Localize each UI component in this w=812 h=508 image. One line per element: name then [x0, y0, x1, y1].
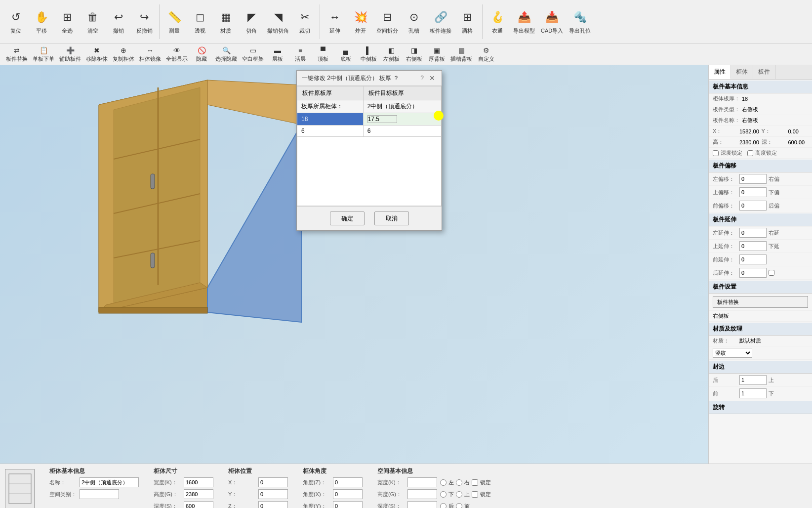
toolbar2-btn-辅助板件[interactable]: ➕辅助板件	[57, 45, 83, 64]
toolbar-btn-切角[interactable]: ◤切角	[240, 3, 263, 41]
cancel-button[interactable]: 取消	[374, 212, 409, 225]
pos-y-input[interactable]	[258, 489, 288, 499]
toolbar2-btn-中侧板[interactable]: ▌中侧板	[358, 45, 379, 64]
cabinet-size-section: 柜体尺寸 宽度(K)： 高度(G)： 深度(S)：	[154, 467, 213, 508]
toolbar-btn-洒格[interactable]: ⊞洒格	[455, 3, 479, 41]
depth-input[interactable]	[184, 501, 213, 508]
height-input[interactable]	[184, 489, 213, 499]
target-thickness-cell[interactable]	[363, 113, 441, 126]
toolbar-btn-延伸[interactable]: ↔延伸	[323, 3, 347, 41]
toolbar-icon-复位: ↺	[7, 8, 25, 26]
left-extend-input[interactable]	[739, 228, 767, 238]
canvas-area[interactable]: 一键修改 2中侧（顶通底分） 板厚 ？ ? ✕ 板件原板厚 板件目标板厚	[0, 65, 708, 464]
back-extend-checkbox[interactable]	[769, 270, 774, 276]
bottom-radio[interactable]	[440, 491, 447, 498]
toolbar2-btn-自定义[interactable]: ⚙自定义	[475, 45, 497, 64]
back-edge-input[interactable]	[739, 375, 767, 385]
toolbar2-btn-单板下单[interactable]: 📋单板下单	[31, 45, 56, 64]
thickness-row-18[interactable]: 18	[297, 113, 442, 126]
front-offset-input[interactable]	[739, 201, 767, 211]
pos-z-input[interactable]	[258, 501, 288, 508]
dialog-help-button[interactable]: ?	[420, 75, 424, 82]
toolbar-btn-孔槽[interactable]: ⊙孔槽	[402, 3, 426, 41]
toolbar-btn-测量[interactable]: 📏测量	[162, 3, 186, 41]
toolbar2-btn-底板[interactable]: ▄底板	[335, 45, 357, 64]
toolbar-btn-撤销切角[interactable]: ◥撤销切角	[265, 3, 291, 41]
replace-button[interactable]: 板件替换	[713, 296, 808, 308]
left-offset-input[interactable]	[739, 174, 767, 184]
top-radio[interactable]	[456, 491, 462, 498]
toolbar2-btn-全部显示[interactable]: 👁全部显示	[164, 45, 190, 64]
toolbar-btn-衣通[interactable]: 🪝衣通	[486, 3, 509, 41]
top-extend-input[interactable]	[739, 241, 767, 251]
angle-z-input[interactable]	[333, 477, 363, 487]
left-radio[interactable]	[440, 479, 447, 486]
toolbar-btn-导出孔位[interactable]: 🔩导出孔位	[567, 3, 593, 41]
toolbar-btn-全选[interactable]: ⊞全选	[55, 3, 79, 41]
toolbar-btn-清空[interactable]: 🗑清空	[81, 3, 105, 41]
toolbar2-btn-空白框架[interactable]: ▭空白框架	[240, 45, 266, 64]
front-extend-input[interactable]	[739, 254, 767, 264]
width-input[interactable]	[184, 477, 213, 487]
toolbar-btn-裁切[interactable]: ✂裁切	[293, 3, 317, 41]
tab-cabinet[interactable]: 柜体	[731, 65, 753, 79]
toolbar2-btn-顶板[interactable]: ▀顶板	[312, 45, 334, 64]
cabinet-name-input[interactable]	[80, 477, 139, 487]
front-edge-input[interactable]	[739, 388, 767, 398]
angle-y-input[interactable]	[333, 501, 363, 508]
left-offset-row: 左偏移： 右偏	[709, 172, 812, 186]
confirm-button[interactable]: 确定	[330, 212, 365, 225]
toolbar-btn-板件连接[interactable]: 🔗板件连接	[428, 3, 453, 41]
back-radio[interactable]	[440, 503, 447, 508]
thickness-row-6[interactable]: 6 6	[297, 126, 442, 137]
toolbar2-btn-插槽背板[interactable]: ▤插槽背板	[448, 45, 474, 64]
toolbar-btn-导出模型[interactable]: 📤导出模型	[511, 3, 537, 41]
replace-value: 右侧板	[713, 312, 808, 320]
space-depth-input[interactable]	[407, 501, 437, 508]
dialog-close-button[interactable]: ✕	[428, 74, 437, 83]
toolbar2-btn-复制柜体[interactable]: ⊕复制柜体	[111, 45, 136, 64]
toolbar2-btn-层板[interactable]: ▬层板	[267, 45, 288, 64]
top-offset-input[interactable]	[739, 187, 767, 197]
toolbar-btn-CAD导入[interactable]: 📥CAD导入	[539, 3, 565, 41]
toolbar-icon-孔槽: ⊙	[405, 8, 423, 26]
target-thickness-input[interactable]	[367, 115, 397, 123]
toolbar-btn-炸开[interactable]: 💥炸开	[349, 3, 372, 41]
tab-attributes[interactable]: 属性	[709, 65, 731, 79]
depth-value: 600.00	[788, 139, 809, 145]
back-extend-input[interactable]	[739, 268, 767, 278]
toolbar-btn-复位[interactable]: ↺复位	[4, 3, 28, 41]
height-lock-label: 高度锁定	[755, 149, 780, 157]
toolbar-btn-平移[interactable]: ✋平移	[30, 3, 53, 41]
toolbar2-btn-移除柜体[interactable]: ✖移除柜体	[84, 45, 110, 64]
front-radio[interactable]	[456, 503, 462, 508]
space-height-input[interactable]	[407, 489, 437, 499]
pos-x-input[interactable]	[258, 477, 288, 487]
width-lock-checkbox[interactable]	[472, 479, 478, 486]
height-lock-checkbox[interactable]	[472, 491, 478, 498]
right-radio[interactable]	[456, 479, 462, 486]
toolbar2-btn-柜体镜像[interactable]: ↔柜体镜像	[137, 45, 163, 64]
toolbar-btn-材质[interactable]: ▦材质	[214, 3, 238, 41]
toolbar2-btn-右侧板[interactable]: ◨右侧板	[403, 45, 425, 64]
toolbar2-btn-选择隐藏[interactable]: 🔍选择隐藏	[213, 45, 239, 64]
toolbar-top: ↺复位✋平移⊞全选🗑清空↩撤销↪反撤销📏测量◻透视▦材质◤切角◥撤销切角✂裁切↔…	[0, 0, 812, 43]
toolbar2-btn-板件替换[interactable]: ⇄板件替换	[4, 45, 30, 64]
toolbar2-btn-隐藏[interactable]: 🚫隐藏	[191, 45, 212, 64]
toolbar-btn-空间拆分[interactable]: ⊟空间拆分	[374, 3, 400, 41]
toolbar-btn-透视[interactable]: ◻透视	[188, 3, 212, 41]
grain-select[interactable]: 竖纹 横纹	[713, 348, 752, 358]
tab-panel[interactable]: 板件	[753, 65, 775, 79]
toolbar2-btn-左侧板[interactable]: ◧左侧板	[380, 45, 402, 64]
height-lock-checkbox[interactable]	[747, 150, 753, 156]
toolbar-btn-撤销[interactable]: ↩撤销	[107, 3, 130, 41]
toolbar2-btn-活层[interactable]: ≡活层	[289, 45, 311, 64]
section-offset: 板件偏移	[709, 160, 812, 172]
space-width-input[interactable]	[407, 477, 437, 487]
depth-lock-checkbox[interactable]	[713, 150, 719, 156]
toolbar2-btn-厚背板[interactable]: ▣厚背板	[426, 45, 447, 64]
toolbar-btn-反撤销[interactable]: ↪反撤销	[132, 3, 156, 41]
angle-x-input[interactable]	[333, 489, 363, 499]
space-type-input[interactable]	[80, 489, 119, 499]
width-row: 宽度(K)：	[154, 477, 213, 487]
